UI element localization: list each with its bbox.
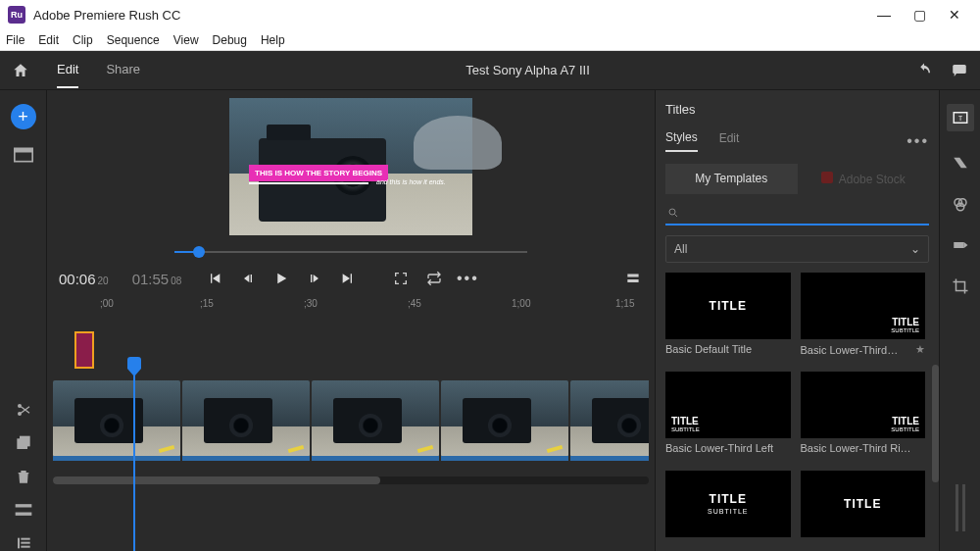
preview-monitor[interactable]: THIS IS HOW THE STORY BEGINS and this is…: [229, 98, 472, 235]
template-card[interactable]: TITLEBasic Default Title: [665, 273, 791, 366]
comment-icon[interactable]: [951, 62, 968, 79]
template-card[interactable]: TITLESUBTITLE: [665, 471, 791, 551]
menu-file[interactable]: File: [6, 33, 24, 47]
menubar: File Edit Clip Sequence View Debug Help: [0, 29, 980, 51]
step-forward-icon[interactable]: [305, 269, 324, 288]
menu-debug[interactable]: Debug: [213, 33, 247, 47]
video-clip[interactable]: [570, 380, 649, 457]
tracks-icon[interactable]: [14, 502, 33, 518]
close-button[interactable]: ✕: [937, 0, 972, 29]
scissors-icon[interactable]: [14, 402, 33, 418]
template-card[interactable]: TITLESUBTITLEBasic Lower-Third Left: [665, 372, 791, 464]
color-tool-icon[interactable]: [951, 194, 970, 214]
crop-tool-icon[interactable]: [951, 276, 970, 296]
more-options-icon[interactable]: •••: [458, 269, 477, 288]
titles-tool-icon[interactable]: T: [947, 104, 974, 131]
playhead[interactable]: [133, 365, 135, 551]
trash-icon[interactable]: [14, 469, 33, 484]
tab-share[interactable]: Share: [106, 52, 140, 88]
ruler-tick: ;30: [304, 298, 318, 309]
scrubber-thumb[interactable]: [193, 246, 205, 258]
svg-rect-0: [953, 65, 966, 74]
app-icon: Ru: [8, 6, 25, 24]
svg-rect-10: [21, 538, 29, 540]
search-icon: [667, 207, 679, 219]
timeline-ruler[interactable]: ;00;15;30;451;001;15: [53, 298, 649, 318]
menu-view[interactable]: View: [173, 33, 199, 47]
template-label: Basic Default Title: [665, 343, 791, 355]
svg-rect-6: [20, 436, 28, 445]
timeline-scrollbar[interactable]: [53, 476, 649, 484]
loop-icon[interactable]: [424, 269, 444, 288]
template-label: Basic Lower-Third Left: [665, 442, 791, 454]
template-card[interactable]: TITLESUBTITLEBasic Lower-Third…★: [801, 273, 926, 366]
title-track[interactable]: [74, 331, 649, 369]
go-to-start-icon[interactable]: [205, 269, 224, 288]
svg-point-13: [669, 209, 675, 215]
filter-dropdown[interactable]: All ⌄: [665, 235, 929, 263]
source-my-templates[interactable]: My Templates: [665, 164, 798, 194]
maximize-button[interactable]: ▢: [902, 0, 937, 29]
ruler-tick: ;00: [100, 298, 114, 309]
panel-scrollbar[interactable]: [932, 365, 939, 482]
speed-tool-icon[interactable]: [951, 235, 970, 255]
expand-tracks-icon[interactable]: [14, 535, 33, 551]
step-back-icon[interactable]: [238, 269, 258, 288]
titles-panel: Titles Styles Edit ••• My Templates Adob…: [655, 90, 939, 551]
svg-rect-12: [21, 546, 29, 548]
svg-rect-8: [15, 513, 31, 516]
panel-heading: Titles: [665, 102, 929, 117]
menu-clip[interactable]: Clip: [73, 33, 93, 47]
duplicate-icon[interactable]: [14, 435, 33, 451]
window-title: Adobe Premiere Rush CC: [33, 8, 866, 23]
video-clip[interactable]: [441, 380, 568, 457]
template-label: Basic Lower-Third Ri…: [801, 442, 926, 454]
transitions-tool-icon[interactable]: [951, 153, 970, 173]
panel-menu-icon[interactable]: •••: [906, 132, 929, 150]
duration-time: 01:5508: [132, 271, 182, 287]
project-panel-icon[interactable]: [14, 147, 33, 163]
search-field[interactable]: [665, 202, 929, 225]
source-adobe-stock[interactable]: Adobe Stock: [798, 164, 930, 194]
video-clip[interactable]: [182, 380, 310, 457]
video-clip[interactable]: [312, 380, 439, 457]
center-panel: THIS IS HOW THE STORY BEGINS and this is…: [47, 90, 655, 551]
chevron-down-icon: ⌄: [910, 242, 920, 256]
template-card[interactable]: TITLESUBTITLEBasic Lower-Third Ri…: [801, 372, 926, 464]
appbar: Edit Share Test Sony Alpha A7 III: [0, 51, 980, 90]
ruler-tick: ;45: [408, 298, 421, 309]
audio-meters: [956, 484, 965, 531]
menu-edit[interactable]: Edit: [38, 33, 59, 47]
add-media-button[interactable]: +: [11, 104, 36, 129]
play-icon[interactable]: [271, 269, 291, 288]
ruler-tick: 1;15: [615, 298, 634, 309]
go-to-end-icon[interactable]: [338, 269, 358, 288]
svg-text:T: T: [957, 115, 961, 122]
fullscreen-icon[interactable]: [391, 269, 411, 288]
left-rail: +: [0, 90, 47, 551]
subtab-styles[interactable]: Styles: [665, 130, 698, 152]
svg-rect-11: [21, 542, 29, 544]
home-icon[interactable]: [12, 62, 29, 79]
svg-rect-19: [954, 242, 964, 248]
template-card[interactable]: TITLE: [801, 471, 926, 551]
subtab-edit[interactable]: Edit: [719, 131, 740, 151]
search-input[interactable]: [685, 206, 927, 220]
star-icon[interactable]: ★: [915, 343, 925, 356]
minimize-button[interactable]: —: [866, 0, 902, 29]
template-label: Basic Lower-Third…★: [801, 343, 926, 356]
menu-sequence[interactable]: Sequence: [107, 33, 160, 47]
timeline-options-icon[interactable]: 〓: [623, 269, 643, 288]
right-rail: T: [939, 90, 980, 551]
menu-help[interactable]: Help: [261, 33, 285, 47]
templates-grid: TITLEBasic Default TitleTITLESUBTITLEBas…: [665, 273, 929, 551]
video-clip[interactable]: [53, 380, 180, 457]
scrubber[interactable]: [174, 243, 527, 261]
video-track[interactable]: [53, 380, 649, 461]
preview-title-overlay: THIS IS HOW THE STORY BEGINS: [249, 165, 388, 181]
tab-edit[interactable]: Edit: [57, 52, 78, 88]
undo-icon[interactable]: [915, 62, 933, 79]
current-time: 00:0620: [59, 271, 109, 287]
title-clip[interactable]: [74, 331, 94, 369]
svg-point-18: [956, 203, 964, 211]
